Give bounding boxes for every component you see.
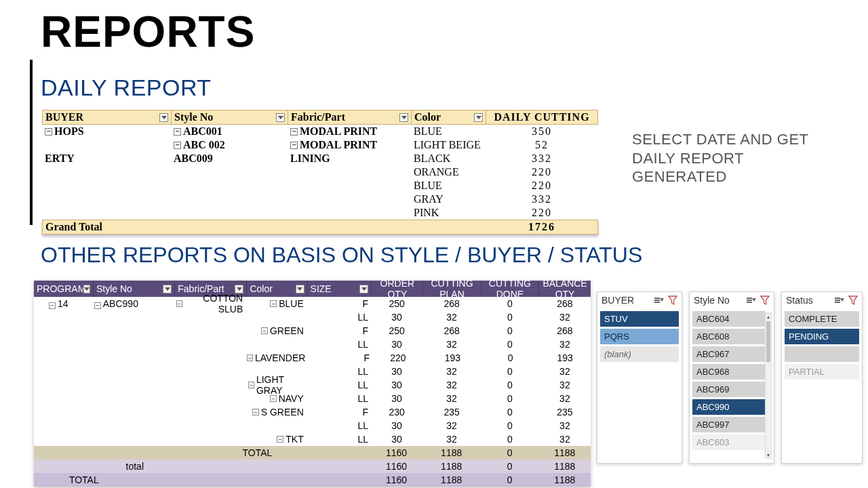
tree-toggle-icon[interactable]: − [290,128,298,136]
slicer-item[interactable]: ABC604 [692,311,766,327]
tree-toggle-icon[interactable]: − [270,300,277,307]
dropdown-icon[interactable] [235,285,243,293]
detail-cell: −COTTON SLUB [174,293,246,314]
detail-data-row: LL3032032 [34,365,591,378]
section-other-title: OTHER REPORTS ON BASIS ON STYLE / BUYER … [41,243,642,268]
slicer-item[interactable]: STUV [600,311,679,327]
slicer-item[interactable]: COMPLETE [785,311,859,327]
daily-data-row: −ABC 002−MODAL PRINTLIGHT BEIGE52 [42,138,598,152]
daily-cell-color: BLUE [411,180,486,192]
multiselect-icon[interactable] [654,296,664,305]
tree-toggle-icon[interactable]: − [248,382,254,388]
tree-toggle-icon[interactable]: − [247,354,253,361]
tree-toggle-icon[interactable]: − [94,302,101,309]
detail-header-color-label: Color [250,283,272,294]
daily-header-buyer[interactable]: BUYER [43,110,172,124]
slicer-item[interactable]: ABC990 [692,399,766,415]
dropdown-icon[interactable] [474,113,483,122]
detail-cell: 30 [371,393,422,404]
tree-toggle-icon[interactable]: − [174,142,181,149]
tree-toggle-icon[interactable]: − [270,395,277,402]
detail-cell: 32 [539,339,591,350]
clear-filter-icon[interactable] [760,296,770,305]
dropdown-icon[interactable] [159,113,168,122]
tree-toggle-icon[interactable]: − [174,128,181,136]
daily-cell: −ABC 002 [171,139,288,151]
detail-total-label: total [123,461,309,472]
detail-total-cell: 0 [481,461,539,472]
detail-cell: LL [307,434,371,445]
dropdown-icon[interactable] [399,113,408,122]
daily-report-table: BUYER Style No Fabric/Part Color DAILY C… [42,110,598,235]
slicer-item[interactable]: PENDING [785,329,859,344]
detail-cell: 32 [422,380,481,390]
multiselect-icon[interactable] [747,296,756,305]
detail-cell: 32 [539,380,591,390]
slicer-item[interactable]: ABC608 [692,329,766,344]
detail-cell: LL [307,420,371,431]
slicer-item[interactable]: (blank) [600,346,679,362]
detail-cell: 0 [481,339,539,350]
detail-cell: 30 [371,420,422,431]
detail-header-orderqty: ORDER QTY [372,281,423,297]
scroll-up-icon[interactable]: ▴ [766,313,771,320]
detail-total-cell: 1188 [539,461,591,472]
scroll-thumb[interactable] [766,321,770,362]
daily-header-fabric[interactable]: Fabric/Part [288,110,412,124]
detail-cell: 230 [371,407,422,418]
dropdown-icon[interactable] [163,285,172,293]
daily-header-style[interactable]: Style No [172,110,288,124]
slicer-item[interactable]: ABC603 [692,434,766,450]
tree-toggle-icon[interactable]: − [252,409,259,415]
detail-cell: F [307,407,371,418]
tree-toggle-icon[interactable]: − [45,128,52,136]
tree-toggle-icon[interactable]: − [49,302,56,309]
dropdown-icon[interactable] [296,285,304,293]
dropdown-icon[interactable] [359,285,368,293]
slicer-item[interactable]: ABC967 [692,346,766,362]
detail-cell: 32 [422,312,481,323]
slicer-item[interactable]: ABC969 [692,382,766,397]
multiselect-icon[interactable] [835,296,844,305]
detail-total-cell: 1160 [370,461,422,472]
daily-header-buyer-label: BUYER [45,111,83,123]
tree-toggle-icon[interactable]: − [261,327,268,334]
detail-cell: F [308,352,372,363]
slicer-item[interactable]: ABC997 [692,417,766,432]
slicer-item[interactable]: PQRS [600,329,679,344]
detail-header-color[interactable]: Color [247,281,307,297]
detail-cell: 0 [481,393,539,404]
detail-header-program[interactable]: PROGRAM NO [34,281,94,297]
dropdown-icon[interactable] [276,113,285,122]
clear-filter-icon[interactable] [668,296,677,305]
detail-header-style[interactable]: Style No [94,281,175,297]
daily-cell-color: LIGHT BEIGE [411,139,486,151]
tree-toggle-icon[interactable]: − [176,300,182,307]
tree-toggle-icon[interactable]: − [290,142,298,149]
detail-cell: 30 [371,339,422,350]
detail-total-cell: 1188 [539,447,591,458]
detail-data-row: TOTAL1160118801188 [34,446,591,460]
clear-filter-icon[interactable] [848,296,858,305]
daily-cell-cutting: 220 [486,166,598,178]
detail-cell: 268 [539,325,591,336]
slicer-item[interactable] [785,346,859,362]
slicer-style-scrollbar[interactable]: ▴ ▾ [765,312,772,459]
detail-total-cell: 1160 [370,447,422,458]
detail-cell: 32 [539,420,591,431]
dropdown-icon[interactable] [83,285,90,293]
detail-header-program-label: PROGRAM NO [37,283,83,294]
slicer-item[interactable]: PARTIAL [785,364,859,380]
detail-header-cuttingdone: CUTTING DONE [481,281,539,297]
daily-cell: −ABC001 [171,125,288,138]
slicer-item[interactable]: ABC968 [692,364,766,380]
detail-cell: 0 [481,434,539,445]
detail-cell: LL [307,312,371,323]
tree-toggle-icon[interactable]: − [277,436,283,443]
detail-cell: F [307,325,371,336]
detail-data-row: −LIGHT GRAYLL3032032 [34,378,591,392]
daily-header-color[interactable]: Color [412,110,486,124]
daily-cell-color: BLACK [411,152,486,165]
scroll-down-icon[interactable]: ▾ [766,451,771,458]
detail-header-size[interactable]: SIZE [308,281,372,297]
